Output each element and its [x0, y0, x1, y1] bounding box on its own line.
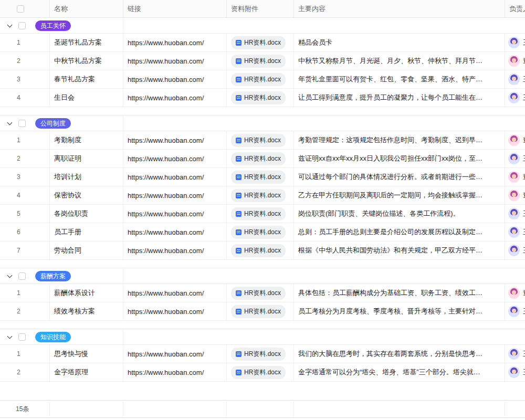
chevron-down-icon[interactable]: [7, 333, 13, 339]
attachment-cell[interactable]: HR资料.docx: [227, 168, 294, 186]
row-link[interactable]: https://www.huoban.com/: [128, 350, 204, 358]
row-index-cell[interactable]: 2: [0, 52, 50, 70]
name-cell[interactable]: 劳动合同: [50, 242, 123, 259]
row-index-cell[interactable]: 2: [0, 150, 50, 167]
owner-cell[interactable]: 董: [505, 52, 525, 70]
link-cell[interactable]: https://www.huoban.com/: [123, 150, 227, 167]
row-link[interactable]: https://www.huoban.com/: [128, 247, 204, 255]
owner-cell[interactable]: 王: [505, 205, 525, 223]
content-cell[interactable]: 根据《中华人民共和国劳动法》和有关规定，甲乙双方经平…: [294, 242, 505, 259]
link-cell[interactable]: https://www.huoban.com/: [123, 89, 227, 107]
name-cell[interactable]: 生日会: [50, 89, 123, 107]
attachment-cell[interactable]: HR资料.docx: [227, 89, 294, 107]
owner-cell[interactable]: 王: [505, 150, 525, 167]
attachment-cell[interactable]: HR资料.docx: [227, 223, 294, 241]
name-cell[interactable]: 保密协议: [50, 186, 123, 204]
content-cell[interactable]: 具体包括：员工薪酬构成分为基础工资、职务工资、绩效工…: [294, 284, 505, 302]
content-cell[interactable]: 让员工得到满意度，提升员工的凝聚力，让每个员工能生在…: [294, 89, 505, 107]
chevron-down-icon[interactable]: [7, 272, 13, 278]
row-link[interactable]: https://www.huoban.com/: [128, 76, 204, 83]
row-index-cell[interactable]: 1: [0, 34, 50, 51]
attachment-cell[interactable]: HR资料.docx: [227, 345, 294, 363]
content-cell[interactable]: 我们的大脑在思考时，其实存在着两套系统，分别是快思考…: [294, 345, 505, 363]
row-index-cell[interactable]: 4: [0, 89, 50, 107]
owner-cell[interactable]: 王: [505, 223, 525, 241]
attachment-cell[interactable]: HR资料.docx: [227, 242, 294, 259]
attachment-chip[interactable]: HR资料.docx: [231, 366, 286, 379]
row-link[interactable]: https://www.huoban.com/: [128, 155, 204, 163]
group-checkbox[interactable]: [18, 333, 26, 341]
attachment-cell[interactable]: HR资料.docx: [227, 284, 294, 302]
owner-cell[interactable]: 王: [505, 70, 525, 88]
attachment-cell[interactable]: HR资料.docx: [227, 150, 294, 167]
name-cell[interactable]: 春节礼品方案: [50, 70, 123, 88]
attachment-cell[interactable]: HR资料.docx: [227, 70, 294, 88]
row-link[interactable]: https://www.huoban.com/: [128, 308, 204, 316]
column-header-content[interactable]: 主要内容: [294, 0, 505, 17]
link-cell[interactable]: https://www.huoban.com/: [123, 345, 227, 363]
attachment-cell[interactable]: HR资料.docx: [227, 34, 294, 51]
group-checkbox[interactable]: [18, 120, 26, 127]
content-cell[interactable]: 兹证明xx自xx年xx月xx日入职我公司担任xx部门xx岗位，至…: [294, 150, 505, 167]
column-header-name[interactable]: 名称: [50, 0, 123, 17]
content-cell[interactable]: 年货礼盒里面可以有贺卡、红包、零食、坚果、酒水、特产…: [294, 70, 505, 88]
attachment-chip[interactable]: HR资料.docx: [231, 189, 286, 202]
link-cell[interactable]: https://www.huoban.com/: [123, 363, 227, 381]
row-link[interactable]: https://www.huoban.com/: [128, 39, 204, 47]
owner-cell[interactable]: 王: [505, 89, 525, 107]
row-index-cell[interactable]: 6: [0, 223, 50, 241]
content-cell[interactable]: 考勤管理规定：这项规定包括作息时间、考勤制度、迟到早…: [294, 131, 505, 149]
column-header-link[interactable]: 链接: [123, 0, 227, 17]
name-cell[interactable]: 各岗位职责: [50, 205, 123, 223]
row-link[interactable]: https://www.huoban.com/: [128, 57, 204, 65]
name-cell[interactable]: 薪酬体系设计: [50, 284, 123, 302]
name-cell[interactable]: 圣诞节礼品方案: [50, 34, 123, 51]
content-cell[interactable]: 员工考核分为月度考核、季度考核、晋升考核等，主要针对…: [294, 302, 505, 320]
attachment-cell[interactable]: HR资料.docx: [227, 363, 294, 381]
row-index-cell[interactable]: 3: [0, 168, 50, 186]
owner-cell[interactable]: 王: [505, 345, 525, 363]
link-cell[interactable]: https://www.huoban.com/: [123, 52, 227, 70]
row-index-cell[interactable]: 1: [0, 345, 50, 363]
attachment-chip[interactable]: HR资料.docx: [231, 305, 286, 318]
link-cell[interactable]: https://www.huoban.com/: [123, 284, 227, 302]
attachment-chip[interactable]: HR资料.docx: [231, 55, 286, 68]
attachment-chip[interactable]: HR资料.docx: [231, 287, 286, 300]
chevron-down-icon[interactable]: [7, 120, 13, 125]
attachment-chip[interactable]: HR资料.docx: [231, 171, 286, 184]
row-link[interactable]: https://www.huoban.com/: [128, 228, 204, 236]
owner-cell[interactable]: 董: [505, 131, 525, 149]
attachment-cell[interactable]: HR资料.docx: [227, 131, 294, 149]
name-cell[interactable]: 绩效考核方案: [50, 302, 123, 320]
link-cell[interactable]: https://www.huoban.com/: [123, 205, 227, 223]
content-cell[interactable]: 总则：员工手册的总则主要是介绍公司的发展历程以及制定…: [294, 223, 505, 241]
row-link[interactable]: https://www.huoban.com/: [128, 369, 204, 376]
group-checkbox[interactable]: [18, 22, 26, 29]
owner-cell[interactable]: 王: [505, 363, 525, 381]
row-index-cell[interactable]: 1: [0, 131, 50, 149]
row-index-cell[interactable]: 4: [0, 186, 50, 204]
attachment-chip[interactable]: HR资料.docx: [231, 152, 286, 165]
name-cell[interactable]: 离职证明: [50, 150, 123, 167]
link-cell[interactable]: https://www.huoban.com/: [123, 131, 227, 149]
content-cell[interactable]: 中秋节又称祭月节、月光诞、月夕、秋节、仲秋节、拜月节…: [294, 52, 505, 70]
select-all-checkbox[interactable]: [17, 5, 24, 13]
content-cell[interactable]: 金字塔通常可以分为“塔尖、塔身、塔基”三个部分。塔尖就…: [294, 363, 505, 381]
owner-cell[interactable]: 董: [505, 168, 525, 186]
row-link[interactable]: https://www.huoban.com/: [128, 289, 204, 297]
name-cell[interactable]: 金字塔原理: [50, 363, 123, 381]
attachment-chip[interactable]: HR资料.docx: [231, 73, 286, 86]
row-index-cell[interactable]: 2: [0, 302, 50, 320]
row-link[interactable]: https://www.huoban.com/: [128, 192, 204, 200]
link-cell[interactable]: https://www.huoban.com/: [123, 34, 227, 51]
name-cell[interactable]: 员工手册: [50, 223, 123, 241]
row-link[interactable]: https://www.huoban.com/: [128, 173, 204, 181]
attachment-chip[interactable]: HR资料.docx: [231, 244, 286, 257]
attachment-chip[interactable]: HR资料.docx: [231, 36, 286, 49]
owner-cell[interactable]: 董: [505, 186, 525, 204]
name-cell[interactable]: 考勤制度: [50, 131, 123, 149]
link-cell[interactable]: https://www.huoban.com/: [123, 168, 227, 186]
chevron-down-icon[interactable]: [7, 22, 13, 27]
name-cell[interactable]: 思考快与慢: [50, 345, 123, 363]
attachment-chip[interactable]: HR资料.docx: [231, 226, 286, 239]
